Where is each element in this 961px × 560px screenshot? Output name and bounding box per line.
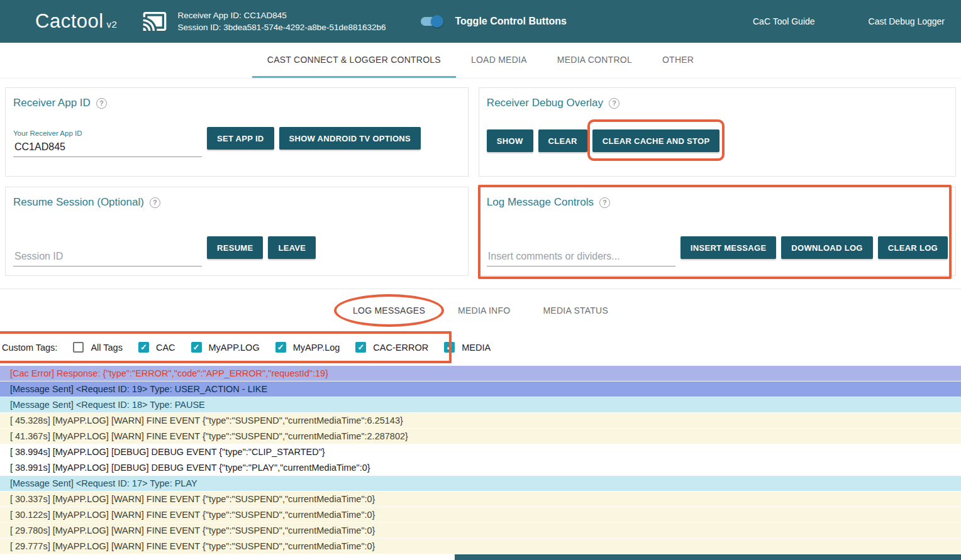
custom-tags-label: Custom Tags: (2, 343, 57, 353)
leave-button[interactable]: LEAVE (268, 236, 316, 259)
set-app-id-button[interactable]: SET APP ID (207, 127, 274, 150)
log-message-controls-card-title: Log Message Controls ? (487, 196, 948, 209)
download-log-button[interactable]: DOWNLOAD LOG (781, 236, 872, 259)
log-row: [Message Sent] <Request ID: 19> Type: US… (0, 382, 961, 397)
app-header: Cactoolv2 Receiver App ID: CC1AD845 Sess… (0, 0, 961, 43)
toggle-knob (431, 15, 443, 28)
check-icon: ✓ (193, 343, 200, 352)
tab-load-media[interactable]: LOAD MEDIA (456, 43, 542, 78)
help-icon[interactable]: ? (150, 197, 160, 208)
control-cards: Receiver App ID ? Your Receiver App ID S… (0, 79, 961, 276)
tab-media-status[interactable]: MEDIA STATUS (526, 289, 625, 332)
tab-log-messages[interactable]: LOG MESSAGES (336, 289, 442, 332)
app-logo-text: Cactool (35, 10, 104, 32)
log-message-controls-row: INSERT MESSAGE DOWNLOAD LOG CLEAR LOG (487, 236, 948, 266)
log-tab-bar: LOG MESSAGES MEDIA INFO MEDIA STATUS (0, 289, 961, 332)
app-id-input-label: Your Receiver App ID (13, 129, 202, 137)
help-icon[interactable]: ? (96, 98, 107, 109)
log-row: [ 45.328s] [MyAPP.LOG] [WARN] FINE EVENT… (0, 413, 961, 429)
cac-checkbox[interactable]: ✓ (138, 342, 149, 353)
clear-cache-annotated-wrap: CLEAR CACHE AND STOP (592, 129, 720, 152)
tag-all-tags[interactable]: All Tags (73, 342, 123, 353)
resume-button[interactable]: RESUME (207, 236, 263, 259)
control-buttons-toggle[interactable] (419, 15, 443, 28)
check-icon: ✓ (140, 343, 147, 352)
log-message-list: [Cac Error] Response: {"type":"ERROR","c… (0, 366, 961, 554)
tab-media-info[interactable]: MEDIA INFO (442, 289, 526, 332)
tag-myapp-log-upper-label: MyAPP.LOG (209, 343, 260, 353)
debug-overlay-buttons: SHOW CLEAR CLEAR CACHE AND STOP (487, 129, 948, 152)
log-row: [ 38.991s] [MyAPP.LOG] [DEBUG] DEBUG EVE… (0, 460, 961, 476)
check-icon: ✓ (357, 343, 364, 352)
log-row: [ 41.367s] [MyAPP.LOG] [WARN] FINE EVENT… (0, 429, 961, 444)
cac-error-checkbox[interactable]: ✓ (355, 342, 366, 353)
log-message-controls-title-text: Log Message Controls (487, 196, 594, 209)
session-id-text: Session ID: 3bdea581-574e-4292-a8be-51de… (177, 21, 386, 33)
log-comment-input-group (487, 247, 675, 266)
app-logo: Cactoolv2 (35, 10, 117, 33)
session-id-input[interactable] (13, 247, 202, 266)
show-android-tv-options-button[interactable]: SHOW ANDROID TV OPTIONS (279, 127, 421, 150)
receiver-debug-overlay-title-text: Receiver Debug Overlay (487, 97, 603, 109)
myapp-log-mixed-checkbox[interactable]: ✓ (275, 342, 286, 353)
tag-myapp-log-upper[interactable]: ✓ MyAPP.LOG (191, 342, 260, 353)
log-row: [Message Sent] <Request ID: 17> Type: PL… (0, 476, 961, 491)
cast-debug-logger-link[interactable]: Cast Debug Logger (869, 16, 945, 26)
cac-tool-guide-link[interactable]: CaC Tool Guide (753, 16, 815, 26)
insert-message-button[interactable]: INSERT MESSAGE (680, 236, 777, 259)
log-row: [ 29.780s] [MyAPP.LOG] [WARN] FINE EVENT… (0, 523, 961, 539)
session-info: Receiver App ID: CC1AD845 Session ID: 3b… (177, 9, 386, 33)
clear-button[interactable]: CLEAR (538, 129, 587, 152)
receiver-debug-overlay-card: Receiver Debug Overlay ? SHOW CLEAR CLEA… (479, 87, 956, 177)
receiver-app-id-title-text: Receiver App ID (13, 97, 91, 109)
tab-media-control[interactable]: MEDIA CONTROL (542, 43, 647, 78)
tag-all-tags-label: All Tags (91, 343, 123, 353)
resume-session-row: RESUME LEAVE (13, 236, 460, 266)
check-icon: ✓ (446, 343, 453, 352)
tag-cac-error[interactable]: ✓ CAC-ERROR (355, 342, 428, 353)
media-checkbox[interactable]: ✓ (444, 342, 455, 353)
all-tags-checkbox[interactable] (73, 342, 84, 353)
receiver-app-id-row: Your Receiver App ID SET APP ID SHOW AND… (13, 127, 460, 157)
app-id-buttons: SET APP ID SHOW ANDROID TV OPTIONS (207, 127, 421, 150)
tag-cac[interactable]: ✓ CAC (138, 342, 175, 353)
tag-myapp-log-mixed[interactable]: ✓ MyAPP.Log (275, 342, 340, 353)
receiver-app-id-text: Receiver App ID: CC1AD845 (177, 9, 386, 21)
tag-media[interactable]: ✓ MEDIA (444, 342, 491, 353)
cast-icon (141, 9, 169, 34)
app-id-input-group: Your Receiver App ID (13, 129, 202, 157)
app-id-input[interactable] (13, 138, 202, 157)
log-comment-input[interactable] (487, 247, 675, 266)
tab-log-messages-label: LOG MESSAGES (353, 305, 425, 316)
log-row: [Cac Error] Response: {"type":"ERROR","c… (0, 366, 961, 382)
receiver-debug-overlay-card-title: Receiver Debug Overlay ? (487, 97, 948, 109)
log-message-controls-card: Log Message Controls ? INSERT MESSAGE DO… (479, 187, 956, 276)
help-icon[interactable]: ? (599, 197, 610, 208)
help-icon[interactable]: ? (609, 98, 619, 109)
log-row: [ 30.337s] [MyAPP.LOG] [WARN] FINE EVENT… (0, 491, 961, 507)
footer-bar (455, 554, 961, 560)
custom-tags-bar: Custom Tags: All Tags ✓ CAC ✓ MyAPP.LOG … (0, 332, 961, 363)
resume-session-card: Resume Session (Optional) ? RESUME LEAVE (5, 187, 469, 276)
resume-session-card-title: Resume Session (Optional) ? (13, 196, 460, 209)
resume-session-buttons: RESUME LEAVE (207, 236, 316, 259)
tag-media-label: MEDIA (462, 343, 491, 353)
tag-myapp-log-mixed-label: MyAPP.Log (293, 343, 340, 353)
session-id-input-group (13, 247, 202, 266)
log-row: [ 30.122s] [MyAPP.LOG] [WARN] FINE EVENT… (0, 507, 961, 523)
tab-cast-connect-logger-controls[interactable]: CAST CONNECT & LOGGER CONTROLS (252, 43, 456, 78)
check-icon: ✓ (277, 343, 284, 352)
show-button[interactable]: SHOW (487, 129, 533, 152)
toggle-label: Toggle Control Buttons (455, 16, 566, 27)
receiver-app-id-card: Receiver App ID ? Your Receiver App ID S… (5, 87, 469, 177)
log-row: [ 38.994s] [MyAPP.LOG] [DEBUG] DEBUG EVE… (0, 444, 961, 460)
myapp-log-upper-checkbox[interactable]: ✓ (191, 342, 202, 353)
tab-other[interactable]: OTHER (647, 43, 709, 78)
receiver-app-id-card-title: Receiver App ID ? (13, 97, 460, 109)
clear-cache-and-stop-button[interactable]: CLEAR CACHE AND STOP (592, 129, 720, 152)
app-version: v2 (107, 19, 118, 30)
log-control-buttons: INSERT MESSAGE DOWNLOAD LOG CLEAR LOG (680, 236, 948, 259)
log-row: [Message Sent] <Request ID: 18> Type: PA… (0, 397, 961, 413)
log-row: [ 29.777s] [MyAPP.LOG] [WARN] FINE EVENT… (0, 539, 961, 554)
clear-log-button[interactable]: CLEAR LOG (878, 236, 948, 259)
